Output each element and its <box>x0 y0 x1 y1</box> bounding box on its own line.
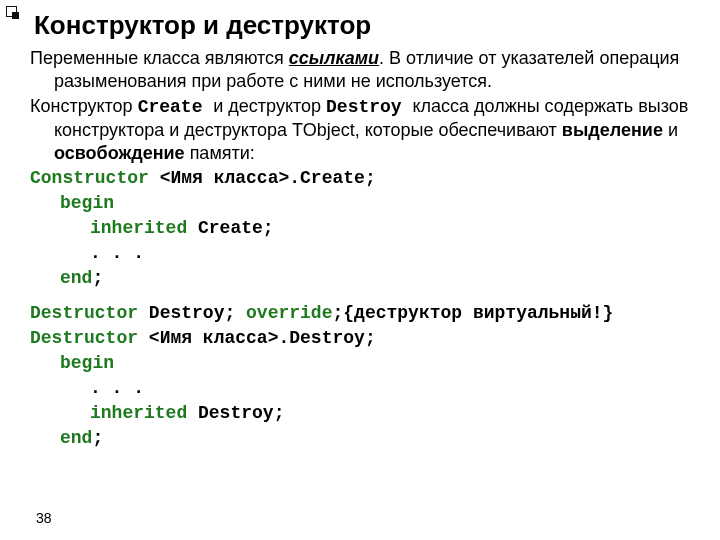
keyword-end: end <box>60 268 92 288</box>
dtor-inherited: inherited Destroy; <box>30 402 700 425</box>
ctor-decl: Constructor <Имя класса>.Create; <box>30 167 700 190</box>
ctor-inherited: inherited Create; <box>30 217 700 240</box>
dtor-comment: {деструктор виртуальный!} <box>343 303 613 323</box>
dtor-end: end; <box>30 427 700 450</box>
p1-text-1: Переменные класса являются <box>30 48 289 68</box>
keyword-constructor: Constructor <box>30 168 149 188</box>
keyword-inherited: inherited <box>90 218 187 238</box>
ctor-begin: begin <box>30 192 700 215</box>
page-number: 38 <box>36 510 52 526</box>
dtor-classname: <Имя класса>. <box>138 328 289 348</box>
dtor-semi: ; <box>365 328 376 348</box>
dtor-decl-semi: ; <box>332 303 343 323</box>
ctor-dots: . . . <box>30 242 700 265</box>
p2-text-7: и <box>663 120 678 140</box>
p2-bold-free: освобождение <box>54 143 185 163</box>
ctor-endsemi: ; <box>92 268 103 288</box>
keyword-destructor: Destructor <box>30 303 138 323</box>
constructor-code-block: Constructor <Имя класса>.Create; begin i… <box>30 167 700 290</box>
ctor-semi: ; <box>365 168 376 188</box>
dtor-destroy: Destroy <box>289 328 365 348</box>
p2-text-9: памяти: <box>185 143 255 163</box>
dtor-begin: begin <box>30 352 700 375</box>
p2-bold-alloc: выделение <box>562 120 663 140</box>
keyword-begin: begin <box>60 193 114 213</box>
paragraph-2: Конструктор Create и деструктор Destroy … <box>30 95 700 165</box>
dtor-decl: Destructor Destroy; override;{деструктор… <box>30 302 700 325</box>
ctor-create: Create <box>300 168 365 188</box>
keyword-override: override <box>246 303 332 323</box>
dtor-impl: Destructor <Имя класса>.Destroy; <box>30 327 700 350</box>
slide-content: Конструктор и деструктор Переменные клас… <box>0 0 720 463</box>
p2-text-3: и деструктор <box>213 96 326 116</box>
code-create: Create <box>138 97 214 117</box>
paragraph-1: Переменные класса являются ссылками. В о… <box>30 47 700 93</box>
keyword-begin-2: begin <box>60 353 114 373</box>
ctor-end: end; <box>30 267 700 290</box>
body-text: Переменные класса являются ссылками. В о… <box>30 47 700 451</box>
dtor-dots: . . . <box>30 377 700 400</box>
keyword-end-2: end <box>60 428 92 448</box>
dtor-inh-rest: Destroy; <box>187 403 284 423</box>
slide-title: Конструктор и деструктор <box>34 10 700 41</box>
keyword-destructor-2: Destructor <box>30 328 138 348</box>
ctor-classname: <Имя класса>. <box>149 168 300 188</box>
destructor-code-block: Destructor Destroy; override;{деструктор… <box>30 302 700 450</box>
corner-decoration <box>6 6 20 20</box>
ctor-inh-rest: Create; <box>187 218 273 238</box>
p1-emphasis-links: ссылками <box>289 48 379 68</box>
dtor-impl-rest: <Имя класса>.Destroy; <box>138 328 376 348</box>
dtor-endsemi: ; <box>92 428 103 448</box>
ctor-rest: <Имя класса>.Create; <box>149 168 376 188</box>
p2-text-1: Конструктор <box>30 96 138 116</box>
code-destroy: Destroy <box>326 97 412 117</box>
dtor-decl-rest: Destroy; <box>138 303 246 323</box>
keyword-inherited-2: inherited <box>90 403 187 423</box>
